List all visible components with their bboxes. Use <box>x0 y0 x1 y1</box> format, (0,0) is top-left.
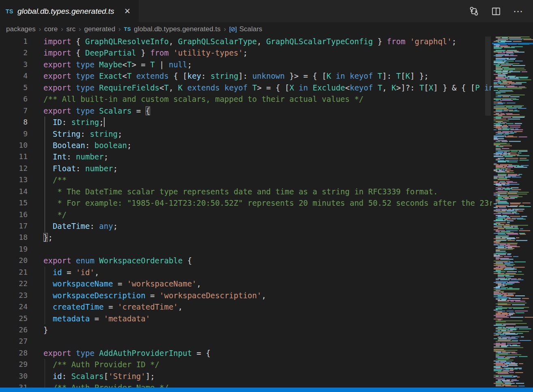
open-changes-button[interactable] <box>469 6 479 16</box>
code-line[interactable]: 21 id = 'id', <box>0 267 492 278</box>
code-text: metadata = 'metadata' <box>28 313 150 324</box>
line-number: 25 <box>0 313 28 324</box>
breadcrumb-label: global.db.types.generated.ts <box>134 25 221 33</box>
code-line[interactable]: 22 workspaceName = 'workspaceName', <box>0 278 492 289</box>
line-number: 3 <box>0 59 28 70</box>
status-bar <box>0 388 533 392</box>
code-line[interactable]: 31 /** Auth Provider Name */ <box>0 382 492 388</box>
breadcrumb-item-core[interactable]: core <box>44 25 58 33</box>
code-line[interactable]: 9 String: string; <box>0 128 492 140</box>
code-text: Boolean: boolean; <box>28 140 131 151</box>
code-text: } <box>28 324 48 336</box>
code-line[interactable]: 13 /** <box>0 174 492 185</box>
line-number: 28 <box>0 347 28 359</box>
breadcrumb-item-packages[interactable]: packages <box>6 25 36 33</box>
minimap[interactable] <box>492 36 533 388</box>
code-text: export type AddAuthProviderInput = { <box>28 347 211 359</box>
code-line[interactable]: 19 <box>0 243 492 255</box>
code-text: DateTime: any; <box>28 220 118 232</box>
code-line[interactable]: 24 createdTime = 'createdTime', <box>0 301 492 312</box>
indent-guide <box>45 116 45 232</box>
code-text: id = 'id', <box>28 267 99 278</box>
code-text: export type RequireFields<T, K extends k… <box>28 82 492 93</box>
code-line[interactable]: 27 <box>0 336 492 347</box>
line-number: 1 <box>0 36 28 47</box>
line-number: 7 <box>0 105 28 116</box>
line-number: 31 <box>0 382 28 388</box>
code-line[interactable]: 25 metadata = 'metadata' <box>0 313 492 324</box>
indent-guide <box>45 359 45 388</box>
code-text: String: string; <box>28 128 123 140</box>
indent-guide <box>45 267 45 324</box>
line-number: 13 <box>0 174 28 185</box>
line-number: 26 <box>0 324 28 336</box>
code-line[interactable]: 6/** All built-in and custom scalars, ma… <box>0 93 492 105</box>
code-text: Int: number; <box>28 151 108 162</box>
code-text: createdTime = 'createdTime', <box>28 301 183 312</box>
line-number: 16 <box>0 209 28 220</box>
code-line[interactable]: 17 DateTime: any; <box>0 220 492 232</box>
code-text: export type Exact<T extends { [key: stri… <box>28 70 429 82</box>
breadcrumb-separator-icon: › <box>118 26 120 33</box>
code-line[interactable]: 14 * The DateTime scalar type represents… <box>0 186 492 197</box>
more-actions-button[interactable]: ⋯ <box>513 9 523 14</box>
breadcrumb-item-generated[interactable]: generated <box>84 25 116 33</box>
line-number: 5 <box>0 82 28 93</box>
breadcrumb-separator-icon: › <box>39 26 41 33</box>
code-line[interactable]: 1import { GraphQLResolveInfo, GraphQLSca… <box>0 36 492 47</box>
code-line[interactable]: 8 ID: string; <box>0 116 492 128</box>
breadcrumb-item-scalars[interactable]: [⊘]Scalars <box>229 25 262 33</box>
line-number: 4 <box>0 70 28 82</box>
breadcrumb: packages›core›src›generated›TSglobal.db.… <box>0 22 533 36</box>
code-line[interactable]: 28export type AddAuthProviderInput = { <box>0 347 492 359</box>
scrollbar-thumb[interactable] <box>485 37 491 116</box>
split-editor-button[interactable] <box>491 6 501 16</box>
code-line[interactable]: 30 id: Scalars['String']; <box>0 370 492 382</box>
code-line[interactable]: 18}; <box>0 232 492 243</box>
line-number: 12 <box>0 163 28 174</box>
code-text: export type Scalars = { <box>28 105 150 116</box>
tab-close-icon[interactable]: ✕ <box>123 6 132 16</box>
code-line[interactable]: 29 /** Auth Provider ID */ <box>0 359 492 370</box>
breadcrumb-label: packages <box>6 25 36 33</box>
code-text: id: Scalars['String']; <box>28 370 155 382</box>
breadcrumb-item-global-db-types-generated-ts[interactable]: TSglobal.db.types.generated.ts <box>124 25 220 33</box>
line-number: 9 <box>0 128 28 140</box>
line-number: 8 <box>0 116 28 128</box>
line-number: 18 <box>0 232 28 243</box>
tab-global-db-types-generated[interactable]: TS global.db.types.generated.ts ✕ <box>0 0 139 22</box>
editor-actions: ⋯ <box>469 0 533 22</box>
breadcrumb-item-src[interactable]: src <box>67 25 76 33</box>
breadcrumb-separator-icon: › <box>79 26 81 33</box>
code-text <box>28 243 43 255</box>
code-line[interactable]: 5export type RequireFields<T, K extends … <box>0 82 492 93</box>
code-line[interactable]: 23 workspaceDescription = 'workspaceDesc… <box>0 290 492 301</box>
code-line[interactable]: 2import { DeepPartial } from 'utility-ty… <box>0 47 492 58</box>
code-line[interactable]: 16 */ <box>0 209 492 220</box>
line-number: 10 <box>0 140 28 151</box>
breadcrumb-separator-icon: › <box>224 26 226 33</box>
code-line[interactable]: 15 * For example: "1985-04-12T23:20:50.5… <box>0 197 492 209</box>
code-line[interactable]: 20export enum WorkspaceOrderable { <box>0 255 492 266</box>
breadcrumb-label: core <box>44 25 58 33</box>
code-text: export type Maybe<T> = T | null; <box>28 59 192 70</box>
vscode-window: TS global.db.types.generated.ts ✕ <box>0 0 533 392</box>
code-line[interactable]: 7export type Scalars = { <box>0 105 492 116</box>
code-line[interactable]: 12 Float: number; <box>0 163 492 174</box>
code-editor[interactable]: 1import { GraphQLResolveInfo, GraphQLSca… <box>0 36 492 388</box>
line-number: 6 <box>0 93 28 105</box>
code-text <box>28 336 43 347</box>
code-text: * The DateTime scalar type represents da… <box>28 186 438 197</box>
code-line[interactable]: 26} <box>0 324 492 336</box>
code-text: ID: string; <box>28 116 104 128</box>
code-line[interactable]: 4export type Exact<T extends { [key: str… <box>0 70 492 82</box>
breadcrumb-label: src <box>67 25 76 33</box>
code-line[interactable]: 10 Boolean: boolean; <box>0 140 492 151</box>
code-text: import { GraphQLResolveInfo, GraphQLScal… <box>28 36 456 47</box>
code-line[interactable]: 3export type Maybe<T> = T | null; <box>0 59 492 70</box>
line-number: 19 <box>0 243 28 255</box>
line-number: 30 <box>0 370 28 382</box>
symbol-type-icon: [⊘] <box>229 26 236 33</box>
code-line[interactable]: 11 Int: number; <box>0 151 492 162</box>
line-number: 23 <box>0 290 28 301</box>
